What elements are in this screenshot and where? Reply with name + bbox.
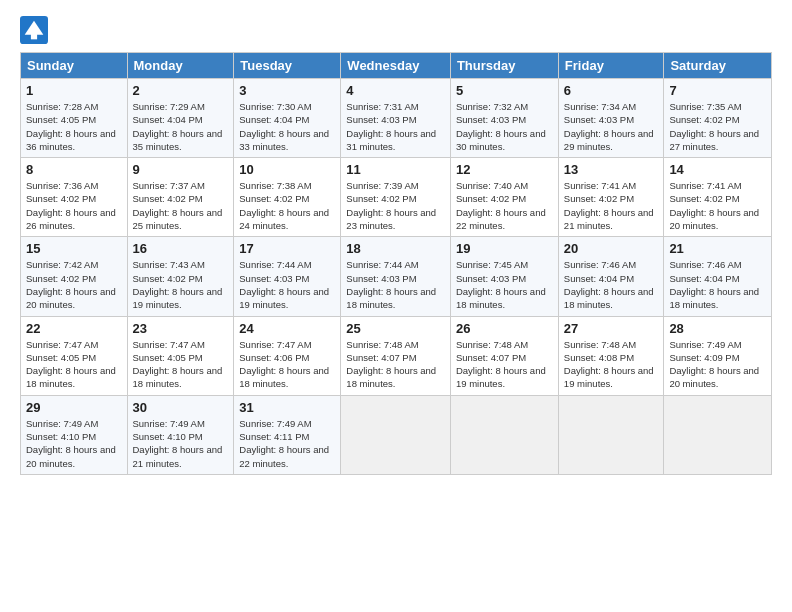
day-detail: Sunrise: 7:46 AMSunset: 4:04 PMDaylight:… [564,258,659,311]
day-cell-2: 2Sunrise: 7:29 AMSunset: 4:04 PMDaylight… [127,79,234,158]
day-number: 5 [456,83,553,98]
day-detail: Sunrise: 7:49 AMSunset: 4:10 PMDaylight:… [26,417,122,470]
day-detail: Sunrise: 7:42 AMSunset: 4:02 PMDaylight:… [26,258,122,311]
day-number: 29 [26,400,122,415]
week-row-3: 22Sunrise: 7:47 AMSunset: 4:05 PMDayligh… [21,316,772,395]
day-number: 14 [669,162,766,177]
day-cell-15: 15Sunrise: 7:42 AMSunset: 4:02 PMDayligh… [21,237,128,316]
day-number: 7 [669,83,766,98]
svg-rect-2 [31,33,37,39]
calendar-table: SundayMondayTuesdayWednesdayThursdayFrid… [20,52,772,475]
day-detail: Sunrise: 7:47 AMSunset: 4:06 PMDaylight:… [239,338,335,391]
day-number: 11 [346,162,445,177]
day-detail: Sunrise: 7:36 AMSunset: 4:02 PMDaylight:… [26,179,122,232]
day-cell-11: 11Sunrise: 7:39 AMSunset: 4:02 PMDayligh… [341,158,451,237]
day-detail: Sunrise: 7:38 AMSunset: 4:02 PMDaylight:… [239,179,335,232]
day-number: 20 [564,241,659,256]
day-number: 1 [26,83,122,98]
day-number: 21 [669,241,766,256]
day-detail: Sunrise: 7:45 AMSunset: 4:03 PMDaylight:… [456,258,553,311]
day-cell-14: 14Sunrise: 7:41 AMSunset: 4:02 PMDayligh… [664,158,772,237]
day-detail: Sunrise: 7:48 AMSunset: 4:07 PMDaylight:… [456,338,553,391]
day-number: 18 [346,241,445,256]
day-detail: Sunrise: 7:47 AMSunset: 4:05 PMDaylight:… [133,338,229,391]
day-detail: Sunrise: 7:41 AMSunset: 4:02 PMDaylight:… [564,179,659,232]
empty-cell [341,395,451,474]
day-cell-18: 18Sunrise: 7:44 AMSunset: 4:03 PMDayligh… [341,237,451,316]
day-number: 27 [564,321,659,336]
header-cell-tuesday: Tuesday [234,53,341,79]
day-number: 8 [26,162,122,177]
header-cell-sunday: Sunday [21,53,128,79]
day-detail: Sunrise: 7:31 AMSunset: 4:03 PMDaylight:… [346,100,445,153]
day-cell-20: 20Sunrise: 7:46 AMSunset: 4:04 PMDayligh… [558,237,664,316]
logo-icon [20,16,48,44]
day-number: 16 [133,241,229,256]
empty-cell [664,395,772,474]
day-number: 6 [564,83,659,98]
day-number: 2 [133,83,229,98]
day-cell-16: 16Sunrise: 7:43 AMSunset: 4:02 PMDayligh… [127,237,234,316]
empty-cell [450,395,558,474]
day-number: 9 [133,162,229,177]
day-detail: Sunrise: 7:40 AMSunset: 4:02 PMDaylight:… [456,179,553,232]
day-cell-29: 29Sunrise: 7:49 AMSunset: 4:10 PMDayligh… [21,395,128,474]
day-detail: Sunrise: 7:32 AMSunset: 4:03 PMDaylight:… [456,100,553,153]
week-row-4: 29Sunrise: 7:49 AMSunset: 4:10 PMDayligh… [21,395,772,474]
day-cell-21: 21Sunrise: 7:46 AMSunset: 4:04 PMDayligh… [664,237,772,316]
calendar-page: SundayMondayTuesdayWednesdayThursdayFrid… [0,0,792,612]
day-cell-8: 8Sunrise: 7:36 AMSunset: 4:02 PMDaylight… [21,158,128,237]
day-number: 28 [669,321,766,336]
day-cell-30: 30Sunrise: 7:49 AMSunset: 4:10 PMDayligh… [127,395,234,474]
day-cell-25: 25Sunrise: 7:48 AMSunset: 4:07 PMDayligh… [341,316,451,395]
day-number: 25 [346,321,445,336]
header-cell-saturday: Saturday [664,53,772,79]
day-number: 4 [346,83,445,98]
header-row: SundayMondayTuesdayWednesdayThursdayFrid… [21,53,772,79]
day-number: 13 [564,162,659,177]
day-detail: Sunrise: 7:48 AMSunset: 4:07 PMDaylight:… [346,338,445,391]
day-cell-1: 1Sunrise: 7:28 AMSunset: 4:05 PMDaylight… [21,79,128,158]
day-number: 22 [26,321,122,336]
day-cell-28: 28Sunrise: 7:49 AMSunset: 4:09 PMDayligh… [664,316,772,395]
day-number: 3 [239,83,335,98]
day-cell-24: 24Sunrise: 7:47 AMSunset: 4:06 PMDayligh… [234,316,341,395]
day-cell-10: 10Sunrise: 7:38 AMSunset: 4:02 PMDayligh… [234,158,341,237]
day-cell-22: 22Sunrise: 7:47 AMSunset: 4:05 PMDayligh… [21,316,128,395]
day-cell-17: 17Sunrise: 7:44 AMSunset: 4:03 PMDayligh… [234,237,341,316]
day-cell-23: 23Sunrise: 7:47 AMSunset: 4:05 PMDayligh… [127,316,234,395]
day-cell-7: 7Sunrise: 7:35 AMSunset: 4:02 PMDaylight… [664,79,772,158]
day-number: 10 [239,162,335,177]
day-number: 31 [239,400,335,415]
header-cell-monday: Monday [127,53,234,79]
day-number: 23 [133,321,229,336]
day-number: 12 [456,162,553,177]
day-detail: Sunrise: 7:49 AMSunset: 4:11 PMDaylight:… [239,417,335,470]
day-detail: Sunrise: 7:39 AMSunset: 4:02 PMDaylight:… [346,179,445,232]
empty-cell [558,395,664,474]
day-cell-6: 6Sunrise: 7:34 AMSunset: 4:03 PMDaylight… [558,79,664,158]
day-number: 15 [26,241,122,256]
day-detail: Sunrise: 7:41 AMSunset: 4:02 PMDaylight:… [669,179,766,232]
day-detail: Sunrise: 7:34 AMSunset: 4:03 PMDaylight:… [564,100,659,153]
week-row-2: 15Sunrise: 7:42 AMSunset: 4:02 PMDayligh… [21,237,772,316]
day-detail: Sunrise: 7:37 AMSunset: 4:02 PMDaylight:… [133,179,229,232]
logo [20,16,52,44]
day-detail: Sunrise: 7:35 AMSunset: 4:02 PMDaylight:… [669,100,766,153]
header-cell-wednesday: Wednesday [341,53,451,79]
day-detail: Sunrise: 7:46 AMSunset: 4:04 PMDaylight:… [669,258,766,311]
day-detail: Sunrise: 7:44 AMSunset: 4:03 PMDaylight:… [346,258,445,311]
day-cell-27: 27Sunrise: 7:48 AMSunset: 4:08 PMDayligh… [558,316,664,395]
day-cell-19: 19Sunrise: 7:45 AMSunset: 4:03 PMDayligh… [450,237,558,316]
week-row-1: 8Sunrise: 7:36 AMSunset: 4:02 PMDaylight… [21,158,772,237]
day-detail: Sunrise: 7:30 AMSunset: 4:04 PMDaylight:… [239,100,335,153]
header-cell-thursday: Thursday [450,53,558,79]
day-detail: Sunrise: 7:47 AMSunset: 4:05 PMDaylight:… [26,338,122,391]
day-detail: Sunrise: 7:43 AMSunset: 4:02 PMDaylight:… [133,258,229,311]
day-number: 17 [239,241,335,256]
day-cell-9: 9Sunrise: 7:37 AMSunset: 4:02 PMDaylight… [127,158,234,237]
day-cell-5: 5Sunrise: 7:32 AMSunset: 4:03 PMDaylight… [450,79,558,158]
day-number: 30 [133,400,229,415]
header [20,16,772,44]
day-cell-31: 31Sunrise: 7:49 AMSunset: 4:11 PMDayligh… [234,395,341,474]
